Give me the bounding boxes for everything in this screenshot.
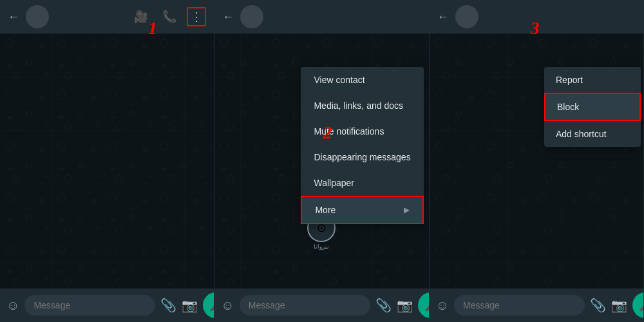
emoji-icon-1[interactable]: ☺ — [6, 298, 19, 313]
panel-2: ← View contact Media, links, an — [214, 0, 429, 322]
voice-call-icon[interactable]: 📞 — [158, 7, 180, 26]
avatar-2 — [240, 5, 263, 28]
panel2-bottom-bar: ☺ 📎 📷 🎤 — [214, 289, 428, 322]
back-icon-2[interactable]: ← — [222, 10, 234, 24]
menu-media[interactable]: Media, links, and docs — [301, 93, 423, 118]
mic-button-3[interactable]: 🎤 — [632, 292, 644, 318]
step-1-label: 1 — [148, 18, 157, 39]
panel2-header: ← — [214, 0, 428, 33]
more-chevron-icon: ▶ — [404, 205, 410, 214]
chat-background-3: Report Block Add shortcut — [430, 33, 643, 289]
message-input-2[interactable] — [240, 295, 370, 316]
attach-icon-1[interactable]: 📎 — [160, 298, 176, 313]
menu-block[interactable]: Block — [544, 93, 641, 121]
step-2-label: 2 — [323, 122, 332, 143]
panel-1: ← 🎥 📞 ⋮ 1 ☺ � — [0, 0, 214, 322]
menu-wallpaper[interactable]: Wallpaper — [301, 170, 423, 196]
emoji-icon-3[interactable]: ☺ — [436, 298, 449, 313]
message-input-3[interactable] — [454, 295, 585, 316]
step-3-label: 3 — [531, 18, 540, 39]
camera-icon-3[interactable]: 📷 — [611, 298, 627, 313]
panel3-bottom-bar: ☺ 📎 📷 🎤 — [430, 289, 643, 322]
panel1-header: ← 🎥 📞 ⋮ — [0, 0, 214, 33]
panel1-bottom-bar: ☺ 📎 📷 🎤 — [0, 289, 214, 322]
right-dropdown-3: Report Block Add shortcut — [544, 67, 641, 147]
camera-icon-2[interactable]: 📷 — [397, 298, 413, 313]
mic-button-2[interactable]: 🎤 — [418, 292, 430, 318]
more-options-button[interactable]: ⋮ — [187, 7, 206, 26]
chat-background-1 — [0, 33, 214, 289]
chat-background-2: View contact Media, links, and docs Mute… — [214, 33, 428, 289]
menu-add-shortcut[interactable]: Add shortcut — [544, 121, 641, 147]
svg-rect-4 — [0, 33, 214, 289]
message-input-1[interactable] — [24, 295, 155, 316]
emoji-icon-2[interactable]: ☺ — [221, 298, 234, 313]
menu-more[interactable]: More ▶ — [301, 196, 423, 224]
mic-button-1[interactable]: 🎤 — [203, 292, 214, 318]
dropdown-menu-2: View contact Media, links, and docs Mute… — [301, 67, 423, 224]
menu-disappearing[interactable]: Disappearing messages — [301, 144, 423, 170]
menu-mute[interactable]: Mute notifications — [301, 118, 423, 144]
attach-icon-3[interactable]: 📎 — [590, 298, 606, 313]
avatar-3 — [455, 5, 478, 28]
watermark-text: نيروانا — [314, 243, 329, 250]
back-icon-3[interactable]: ← — [437, 10, 449, 24]
camera-icon-1[interactable]: 📷 — [182, 298, 198, 313]
avatar — [26, 5, 49, 28]
panel-3: ← Report Block Add s — [430, 0, 644, 322]
menu-view-contact[interactable]: View contact — [301, 67, 423, 93]
menu-report[interactable]: Report — [544, 67, 641, 93]
back-icon[interactable]: ← — [8, 10, 19, 24]
attach-icon-2[interactable]: 📎 — [375, 298, 392, 313]
